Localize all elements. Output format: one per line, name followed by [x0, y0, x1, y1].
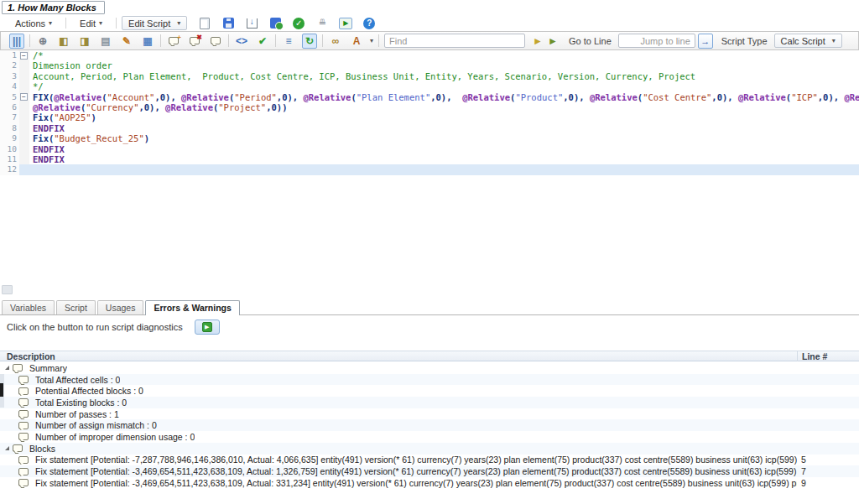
save-icon[interactable] [221, 16, 236, 30]
table-row[interactable]: Number of assign mismatch : 0 [0, 419, 859, 431]
code-line: 4*/ [0, 81, 859, 91]
fold-margin [19, 144, 29, 154]
help-icon[interactable]: ? [362, 16, 377, 30]
format-text-icon[interactable]: A [349, 34, 364, 49]
syntax-check-icon[interactable]: ✔ [255, 34, 270, 49]
line-number: 3 [0, 71, 19, 81]
tab-script[interactable]: Script [56, 300, 96, 314]
line-number: 2 [0, 60, 19, 70]
script-type-value: Calc Script [781, 36, 825, 46]
document-title: 1. How Many Blocks [8, 3, 96, 13]
paste-function-icon[interactable]: ◨ [77, 34, 92, 49]
edit-script-dropdown[interactable]: Edit Script ▾ [122, 16, 187, 30]
line-number: 8 [0, 123, 19, 133]
diagnostics-hint: Click on the button to run script diagno… [7, 322, 183, 332]
comment-icon[interactable] [208, 34, 223, 49]
table-row[interactable]: Fix statement [Potential: -3,469,654,511… [0, 477, 859, 489]
row-description-cell: Summary [0, 363, 797, 373]
line-statement-view-icon[interactable]: ≡ [281, 34, 296, 49]
code-text: Dimension order [29, 60, 859, 70]
code-token: @Relative [181, 92, 229, 102]
expander-icon[interactable] [5, 446, 9, 450]
paste-member-range-icon[interactable]: ◧ [56, 34, 71, 49]
line-number: 12 [0, 164, 19, 174]
code-text: Fix("Budget_Recut_25") [29, 133, 859, 143]
table-row[interactable]: Total Existing blocks : 0 [0, 397, 859, 408]
fold-toggle-icon[interactable]: − [20, 93, 28, 101]
delete-comment-icon[interactable]: ✖ [187, 34, 202, 49]
code-token: "Budget_Recut_25" [54, 133, 143, 143]
save-and-validate-icon[interactable] [268, 16, 283, 30]
script-toolbar: |||⊕◧◨▤✎▦+✖<>✔≡↻∞A▾►►Go to Line→Script T… [0, 31, 859, 50]
table-row[interactable]: Number of passes : 1 [0, 408, 859, 420]
zoom-settings-icon[interactable]: ⊕ [35, 34, 50, 49]
tab-errors-warnings[interactable]: Errors & Warnings [145, 300, 239, 315]
schedule-save-icon[interactable]: ▦ [140, 34, 155, 49]
toolbar-icon-group: +✖ [161, 34, 228, 49]
code-text: /* [29, 50, 859, 60]
chevron-down-icon[interactable]: ▾ [370, 38, 373, 44]
format-text-glyph: A [353, 36, 361, 46]
edit-menu[interactable]: Edit ▾ [71, 18, 111, 29]
results-grid-header: Description Line # [0, 351, 859, 361]
table-row[interactable]: Potential Affected blocks : 0 [0, 385, 859, 397]
view-source-code-glyph: <> [236, 36, 247, 46]
validate-icon[interactable]: ✓ [291, 16, 306, 30]
table-row[interactable]: Blocks [0, 443, 859, 455]
save-to-disk-icon[interactable]: ↓ [244, 16, 259, 30]
view-source-code-icon[interactable]: <> [234, 34, 249, 49]
code-token: ENDFIX [33, 154, 65, 164]
fold-toggle-icon[interactable]: − [20, 52, 28, 60]
line-number: 11 [0, 154, 19, 164]
table-row[interactable]: Fix statement [Potential: -7,287,788,946… [0, 455, 859, 466]
badge: + [177, 34, 181, 41]
line-number: 6 [0, 102, 19, 112]
deploy-icon[interactable]: ≞ [315, 16, 330, 30]
edit-template-icon[interactable]: ✎ [119, 34, 134, 49]
save-glyph [223, 18, 234, 29]
line-number-column-header: Line # [797, 351, 859, 361]
cascade-windows-icon[interactable]: ▤ [98, 34, 113, 49]
comment-bubble-icon [18, 387, 29, 395]
code-token: @Relative [165, 102, 213, 112]
menubar: Actions ▾ Edit ▾ Edit Script ▾ ↓✓≞▶? [0, 15, 859, 31]
row-line-number: 7 [797, 466, 859, 476]
row-text: Blocks [29, 444, 55, 454]
code-text: */ [29, 81, 859, 91]
expander-icon[interactable] [5, 366, 9, 370]
splitter-handle[interactable] [0, 383, 3, 397]
row-description-cell: Number of passes : 1 [0, 409, 797, 419]
table-row[interactable]: Number of improper dimension usage : 0 [0, 431, 859, 443]
actions-menu[interactable]: Actions ▾ [7, 18, 60, 29]
toolbar-icon-group: ≡↻ [276, 34, 322, 49]
find-previous-icon[interactable]: ► [530, 34, 545, 49]
deploy-glyph: ≞ [317, 18, 328, 29]
tab-usages[interactable]: Usages [97, 300, 144, 314]
document-tab[interactable]: 1. How Many Blocks [2, 1, 105, 14]
jump-to-line-input[interactable] [618, 34, 695, 48]
paste-member-range-glyph: ◧ [59, 36, 68, 46]
table-row[interactable]: Fix statement [Potential: -3,469,654,511… [0, 465, 859, 477]
code-token: @Relative [738, 92, 786, 102]
find-input[interactable] [384, 34, 525, 48]
refresh-diagnostics-icon[interactable]: ↻ [302, 34, 317, 49]
run-diagnostics-button[interactable]: ▶ [195, 320, 220, 335]
fold-margin [19, 71, 29, 81]
script-editor[interactable]: 1−/*2Dimension order3Account, Period, Pl… [0, 50, 859, 285]
description-column-header: Description [0, 351, 797, 361]
jump-to-line-button[interactable]: → [698, 34, 713, 49]
table-row[interactable]: Total Affected cells : 0 [0, 374, 859, 386]
script-type-dropdown[interactable]: Calc Script▾ [774, 34, 842, 48]
add-comment-icon[interactable]: + [166, 34, 181, 49]
run-script-icon[interactable]: ▶ [338, 16, 353, 30]
find-references-icon[interactable]: ∞ [328, 34, 343, 49]
play-icon: ▶ [202, 322, 212, 332]
paste-function-glyph: ◨ [80, 36, 89, 46]
code-token: ) [144, 133, 149, 143]
new-script-icon[interactable] [197, 16, 212, 30]
script-settings-icon[interactable]: ||| [9, 34, 24, 49]
table-row[interactable]: Summary [0, 362, 859, 374]
find-next-icon[interactable]: ► [545, 34, 560, 49]
tab-variables[interactable]: Variables [2, 300, 55, 314]
code-token: ,0), [277, 92, 304, 102]
